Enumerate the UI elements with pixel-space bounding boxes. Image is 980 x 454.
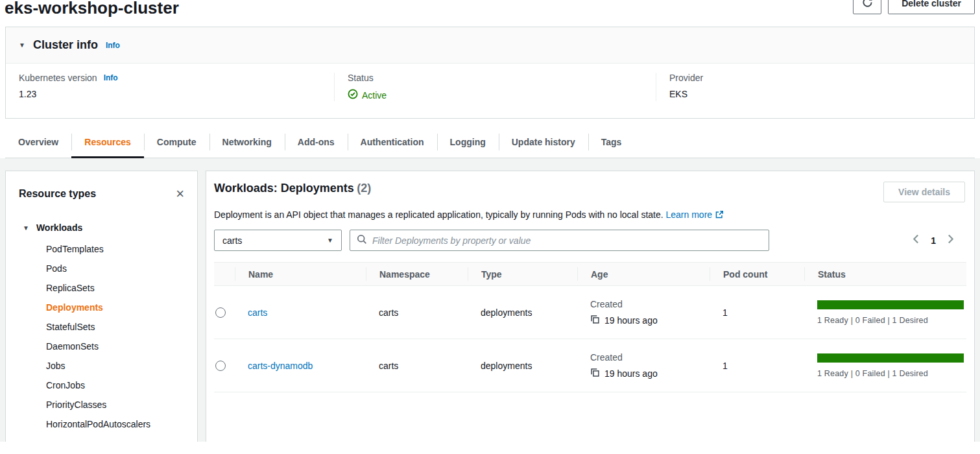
pod-count: 1 xyxy=(710,307,804,318)
kubernetes-version-info-link[interactable]: Info xyxy=(104,73,118,82)
resource-types-sidebar: Resource types × ▼ Workloads PodTemplate… xyxy=(5,171,198,442)
next-page-icon[interactable] xyxy=(946,234,955,246)
current-page[interactable]: 1 xyxy=(931,235,936,246)
table-row: carts carts deployments Created 19 hours… xyxy=(214,286,966,339)
deployment-type: deployments xyxy=(468,307,577,318)
namespace-select-value: carts xyxy=(222,235,242,246)
view-details-button[interactable]: View details xyxy=(883,182,965,202)
age-created-label: Created xyxy=(590,299,710,309)
provider-label: Provider xyxy=(669,73,703,83)
sidebar-item-statefulsets[interactable]: StatefulSets xyxy=(19,317,184,337)
cluster-info-info-link[interactable]: Info xyxy=(106,41,120,50)
status-bar xyxy=(817,300,964,309)
copy-icon[interactable] xyxy=(590,368,600,379)
deployments-table: Name Namespace Type Age Pod count Status… xyxy=(214,262,966,392)
workloads-group-label: Workloads xyxy=(36,222,82,233)
header-actions: Delete cluster xyxy=(853,0,975,14)
delete-cluster-button[interactable]: Delete cluster xyxy=(888,0,975,14)
tab-overview[interactable]: Overview xyxy=(5,128,71,158)
sidebar-title: Resource types xyxy=(19,188,96,200)
status-label: Status xyxy=(348,73,374,83)
page-header: eks-workshop-cluster Delete cluster xyxy=(0,0,980,27)
cluster-info-card: ▼ Cluster info Info Kubernetes version I… xyxy=(5,27,975,119)
table-header-row: Name Namespace Type Age Pod count Status xyxy=(214,262,966,286)
row-radio[interactable] xyxy=(215,361,226,371)
external-link-icon xyxy=(715,209,724,220)
column-header-age: Age xyxy=(577,267,710,281)
pagination: 1 xyxy=(912,234,966,246)
deployments-panel: Workloads: Deployments (2) View details … xyxy=(206,171,975,442)
tab-resources[interactable]: Resources xyxy=(71,128,144,158)
kubernetes-version-value: 1.23 xyxy=(19,89,321,99)
column-header-namespace: Namespace xyxy=(366,267,468,281)
tab-authentication[interactable]: Authentication xyxy=(348,128,437,158)
sidebar-item-replicasets[interactable]: ReplicaSets xyxy=(19,278,184,298)
tab-compute[interactable]: Compute xyxy=(144,128,209,158)
namespace-select[interactable]: carts ▼ xyxy=(214,230,342,251)
copy-icon[interactable] xyxy=(590,315,600,326)
status-text: 1 Ready | 0 Failed | 1 Desired xyxy=(817,316,964,325)
page-title: eks-workshop-cluster xyxy=(5,0,980,19)
search-icon xyxy=(357,234,367,247)
deployment-type: deployments xyxy=(468,361,577,371)
deployments-description: Deployment is an API object that manages… xyxy=(214,209,663,220)
tab-bar: Overview Resources Compute Networking Ad… xyxy=(5,128,975,158)
column-header-status: Status xyxy=(804,267,966,281)
sidebar-item-pods[interactable]: Pods xyxy=(19,259,184,278)
provider-field: Provider EKS xyxy=(656,73,974,101)
sidebar-item-cronjobs[interactable]: CronJobs xyxy=(19,376,184,395)
previous-page-icon[interactable] xyxy=(912,234,920,246)
column-header-name: Name xyxy=(235,267,366,281)
sidebar-group-workloads[interactable]: ▼ Workloads xyxy=(23,222,184,233)
pod-count: 1 xyxy=(710,361,804,371)
age-created-label: Created xyxy=(590,352,710,363)
refresh-button[interactable] xyxy=(853,0,881,14)
tab-logging[interactable]: Logging xyxy=(437,128,499,158)
cluster-info-header[interactable]: ▼ Cluster info Info xyxy=(6,27,974,64)
sidebar-item-daemonsets[interactable]: DaemonSets xyxy=(19,337,184,356)
check-circle-icon xyxy=(348,89,358,101)
column-header-type: Type xyxy=(468,267,577,281)
sidebar-items: PodTemplates Pods ReplicaSets Deployment… xyxy=(19,239,184,434)
row-radio[interactable] xyxy=(215,307,226,318)
sidebar-item-podtemplates[interactable]: PodTemplates xyxy=(19,239,184,259)
workloads-caret-icon[interactable]: ▼ xyxy=(23,224,29,232)
filter-row: carts ▼ 1 xyxy=(214,230,966,251)
kubernetes-version-field: Kubernetes version Info 1.23 xyxy=(6,73,334,101)
sidebar-item-deployments[interactable]: Deployments xyxy=(19,298,184,317)
tab-add-ons[interactable]: Add-ons xyxy=(285,128,348,158)
learn-more-link[interactable]: Learn more xyxy=(666,209,713,220)
select-caret-icon: ▼ xyxy=(327,237,333,244)
status-bar xyxy=(817,353,964,363)
kubernetes-version-label: Kubernetes version xyxy=(19,73,97,83)
deployment-name-link[interactable]: carts xyxy=(248,307,267,318)
refresh-icon xyxy=(862,0,873,10)
deployment-namespace: carts xyxy=(366,361,468,371)
deployments-title: Workloads: Deployments xyxy=(214,182,354,195)
close-icon[interactable]: × xyxy=(176,187,184,201)
column-header-pod-count: Pod count xyxy=(710,267,804,281)
age-value: 19 hours ago xyxy=(604,315,658,326)
status-field: Status Active xyxy=(334,73,656,101)
tab-tags[interactable]: Tags xyxy=(588,128,635,158)
sidebar-item-priorityclasses[interactable]: PriorityClasses xyxy=(19,395,184,414)
deployment-namespace: carts xyxy=(366,307,468,318)
tab-networking[interactable]: Networking xyxy=(209,128,285,158)
sidebar-item-jobs[interactable]: Jobs xyxy=(19,356,184,376)
status-text: 1 Ready | 0 Failed | 1 Desired xyxy=(817,369,964,378)
age-value: 19 hours ago xyxy=(604,368,658,379)
filter-input[interactable] xyxy=(372,235,762,246)
provider-value: EKS xyxy=(669,89,961,99)
collapse-caret-icon[interactable]: ▼ xyxy=(19,42,25,49)
cluster-info-body: Kubernetes version Info 1.23 Status Acti… xyxy=(6,64,974,118)
tab-update-history[interactable]: Update history xyxy=(499,128,588,158)
deployment-name-link[interactable]: carts-dynamodb xyxy=(248,361,313,371)
search-box[interactable] xyxy=(350,230,769,251)
sidebar-item-horizontalpodautoscalers[interactable]: HorizontalPodAutoscalers xyxy=(19,414,184,434)
content-area: Resource types × ▼ Workloads PodTemplate… xyxy=(0,158,980,442)
cluster-info-title: Cluster info xyxy=(33,38,98,52)
deployments-count: (2) xyxy=(357,182,371,195)
table-row: carts-dynamodb carts deployments Created… xyxy=(214,339,966,392)
status-value: Active xyxy=(362,90,387,101)
